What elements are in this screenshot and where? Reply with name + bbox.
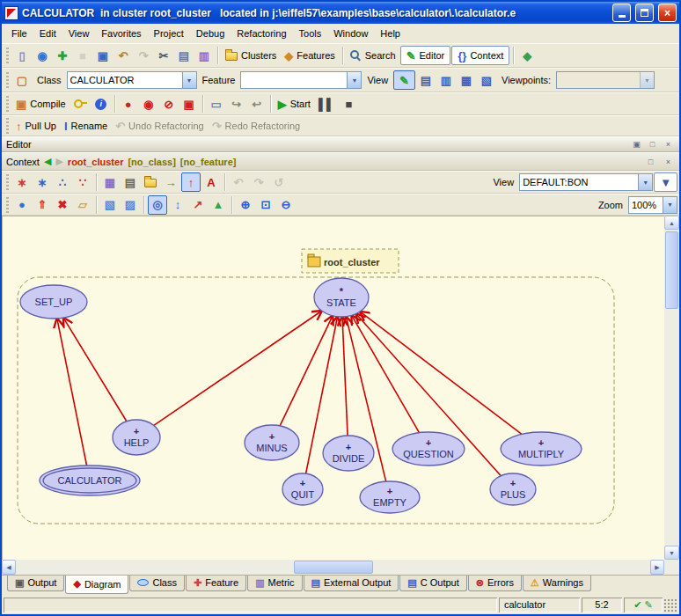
anchor-tool-button[interactable]: ⇑ xyxy=(33,195,52,215)
client-link-CALCULATOR-SET_UP[interactable] xyxy=(57,319,87,466)
quick-melt-button[interactable]: ◉ xyxy=(139,94,158,114)
menu-tools[interactable]: Tools xyxy=(293,26,328,41)
layout-grid-button[interactable]: ▧ xyxy=(100,195,120,215)
client-link-tool[interactable]: ∴ xyxy=(53,172,72,192)
stop-button[interactable]: ■ xyxy=(339,94,358,114)
tab-output[interactable]: ▣Output xyxy=(7,576,64,591)
history-back-button[interactable]: ◀ xyxy=(44,156,51,167)
menu-debug[interactable]: Debug xyxy=(190,26,231,41)
view-menu-button[interactable]: ▼ xyxy=(654,172,677,192)
copy-button[interactable]: ▤ xyxy=(174,46,194,65)
close-panel-icon[interactable]: × xyxy=(662,138,675,150)
undo-button[interactable]: ↶ xyxy=(114,46,133,65)
context-close-icon[interactable]: × xyxy=(662,156,675,168)
menu-file[interactable]: File xyxy=(5,26,33,41)
melt-key-button[interactable] xyxy=(70,94,91,114)
interface-view-button[interactable]: ▧ xyxy=(477,70,496,90)
layout-tree-button[interactable]: ▨ xyxy=(121,195,140,215)
relations-button[interactable]: ↗ xyxy=(188,195,208,215)
system-info-button[interactable] xyxy=(92,94,111,114)
diagram-node-question[interactable]: +QUESTION xyxy=(392,432,465,466)
diagram-svg[interactable]: root_clusterSET_UP*STATE+HELPCALCULATOR+… xyxy=(2,216,664,560)
diagram-tool-button[interactable]: ◆ xyxy=(517,46,537,65)
tab-feature[interactable]: ✚Feature xyxy=(186,576,246,591)
tab-class[interactable]: Class xyxy=(129,576,185,591)
diagram-node-plus[interactable]: +PLUS xyxy=(490,473,536,505)
new-window-button[interactable]: ▯ xyxy=(12,46,32,65)
labels-toggle-button[interactable]: A xyxy=(201,172,221,192)
rename-button[interactable]: IRename xyxy=(61,116,111,136)
tab-c-output[interactable]: ▤C Output xyxy=(399,576,466,591)
vertical-scrollbar[interactable]: ▲ ▼ xyxy=(664,216,679,560)
tab-errors[interactable]: ⊗Errors xyxy=(468,576,522,591)
zoom-combo[interactable]: 100%▼ xyxy=(628,196,677,214)
tab-external-output[interactable]: ▤External Output xyxy=(304,576,399,591)
physics-toggle-button[interactable]: ● xyxy=(12,195,32,215)
cluster-label-box[interactable]: root_cluster xyxy=(302,249,399,273)
zoom-out-button[interactable]: ⊖ xyxy=(276,195,296,215)
feature-combo[interactable]: ▼ xyxy=(240,71,362,89)
menu-window[interactable]: Window xyxy=(327,26,374,41)
open-button[interactable]: ◉ xyxy=(33,46,52,65)
resize-grip[interactable] xyxy=(664,599,677,612)
step-out-button[interactable]: ↩ xyxy=(247,94,267,114)
paste-button[interactable]: ▥ xyxy=(194,46,214,65)
crop-toggle-button[interactable]: ↑ xyxy=(181,172,201,192)
horizontal-scroll-thumb[interactable] xyxy=(294,561,373,574)
tab-warnings[interactable]: ⚠Warnings xyxy=(523,576,591,591)
scroll-up-button[interactable]: ▲ xyxy=(664,216,679,230)
compile-button[interactable]: ▣Compile xyxy=(12,94,70,114)
client-link-HELP-SET_UP[interactable] xyxy=(63,318,127,422)
eraser-button[interactable]: ▱ xyxy=(73,195,92,215)
menu-favorites[interactable]: Favorites xyxy=(95,26,147,41)
maximize-panel-icon[interactable]: □ xyxy=(646,138,659,150)
clickable-view-button[interactable]: ▤ xyxy=(416,70,436,90)
melt-button[interactable]: ● xyxy=(119,94,138,114)
diagram-node-quit[interactable]: +QUIT xyxy=(282,473,323,505)
diagram-canvas[interactable]: root_clusterSET_UP*STATE+HELPCALCULATOR+… xyxy=(2,216,664,560)
diagram-node-set_up[interactable]: SET_UP xyxy=(20,285,87,319)
horizontal-scroll-track[interactable] xyxy=(16,560,650,575)
link-context-button[interactable]: → xyxy=(161,172,180,192)
clusters-button[interactable]: Clusters xyxy=(222,46,280,65)
contract-view-button[interactable]: ▦ xyxy=(457,70,476,90)
pull-up-button[interactable]: ↑Pull Up xyxy=(12,116,60,136)
context-toggle-button[interactable]: {}Context xyxy=(451,46,509,65)
diagram-node-calculator[interactable]: CALCULATOR xyxy=(40,466,140,495)
class-combo-dropdown-arrow[interactable]: ▼ xyxy=(182,72,196,88)
diagram-node-minus[interactable]: +MINUS xyxy=(245,425,299,460)
context-cluster-name[interactable]: root_cluster xyxy=(68,157,124,167)
run-button[interactable]: ▶Start xyxy=(275,94,314,114)
close-button[interactable]: × xyxy=(658,4,677,22)
menu-edit[interactable]: Edit xyxy=(33,26,62,41)
delete-button[interactable]: ✖ xyxy=(53,195,72,215)
basic-text-view-button[interactable]: ✎ xyxy=(393,70,415,90)
zoom-in-button[interactable]: ⊕ xyxy=(236,195,255,215)
finalize-button[interactable]: ▣ xyxy=(179,94,199,114)
diagram-node-divide[interactable]: +DIVIDE xyxy=(323,436,374,471)
step-into-button[interactable]: ↪ xyxy=(227,94,246,114)
freeze-button[interactable]: ⊘ xyxy=(159,94,179,114)
feature-combo-dropdown-arrow[interactable]: ▼ xyxy=(347,72,361,88)
undock-icon[interactable]: ▣ xyxy=(630,138,643,150)
statistics-button[interactable]: ▲ xyxy=(209,195,228,215)
create-class-tool[interactable]: ∗ xyxy=(12,172,32,192)
print-diagram-button[interactable]: ▤ xyxy=(121,172,140,192)
scroll-down-button[interactable]: ▼ xyxy=(664,546,679,560)
editor-toggle-button[interactable]: ✎Editor xyxy=(400,46,451,65)
client-link-MINUS-STATE[interactable] xyxy=(280,316,333,426)
class-combo[interactable]: CALCULATOR▼ xyxy=(67,71,197,89)
reorder-button[interactable]: ↕ xyxy=(168,195,187,215)
flat-view-button[interactable]: ▥ xyxy=(436,70,456,90)
center-diagram-button[interactable]: ◎ xyxy=(148,195,167,215)
search-button[interactable]: Search xyxy=(347,46,399,65)
cut-button[interactable]: ✂ xyxy=(154,46,173,65)
diagram-node-state[interactable]: *STATE xyxy=(314,278,369,317)
diagram-view-combo[interactable]: DEFAULT:BON▼ xyxy=(519,173,653,191)
tab-metric[interactable]: ▥Metric xyxy=(247,576,302,591)
pause-button[interactable]: ▌▌ xyxy=(315,94,338,114)
vertical-scroll-thumb[interactable] xyxy=(665,231,678,309)
menu-project[interactable]: Project xyxy=(148,26,190,41)
class-browser-button[interactable]: ▢ xyxy=(12,70,32,90)
save-button[interactable]: ▣ xyxy=(93,46,113,65)
